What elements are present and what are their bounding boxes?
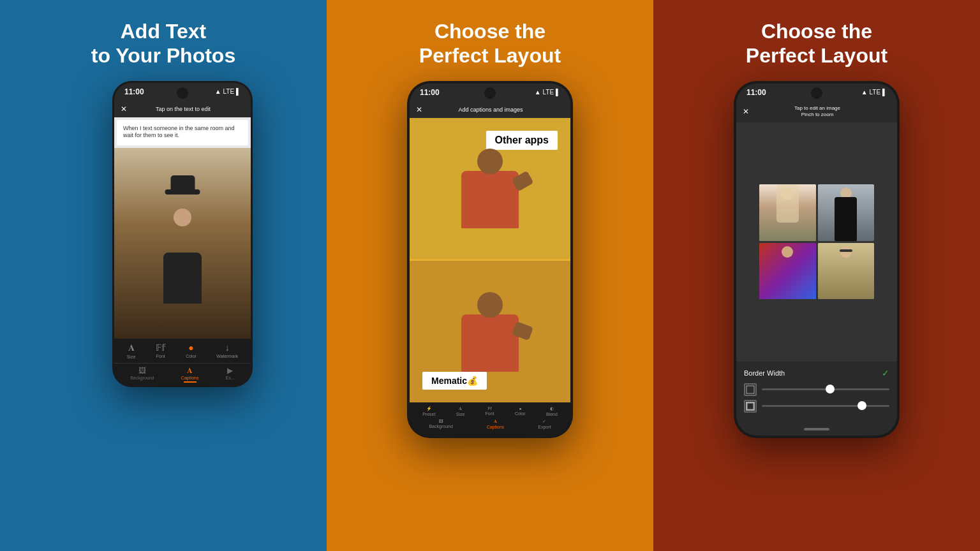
toolbar-size-label: Size (127, 355, 136, 359)
border-thick-icon (744, 400, 757, 413)
nav-export[interactable]: ▶ Ex... (226, 366, 235, 383)
collage-cell-4[interactable] (818, 243, 875, 300)
btn-size[interactable]: 𝐀 Size (456, 406, 465, 416)
face (174, 209, 191, 226)
btn-font[interactable]: Ff Font (486, 406, 494, 416)
blend-icon: ◐ (550, 406, 554, 411)
nav-captions[interactable]: 𝐀 Captions (181, 366, 199, 383)
toolbar-color-label: Color (186, 354, 197, 358)
clock-3: 11:00 (746, 88, 766, 97)
header-title-2: Add captions and images (458, 107, 523, 113)
photo-area (114, 148, 251, 339)
nav-captions-label: Captions (181, 376, 199, 380)
bottom-toolbar-2: ⚡ Preset 𝐀 Size Ff Font ● Color (410, 402, 570, 436)
collage-cell-2[interactable] (818, 184, 875, 241)
captions-icon: 𝐀 (187, 366, 193, 375)
btn-preset[interactable]: ⚡ Preset (422, 406, 435, 416)
header-title: Tap on the text to edit (156, 106, 211, 112)
phone-mockup-2: 11:00 ▲ LTE ▌ ✕ Add captions and images … (407, 81, 573, 438)
drake-body-bottom (461, 314, 519, 372)
btn-color-label: Color (515, 411, 526, 416)
panel-perfect-layout-2: Choose the Perfect Layout 11:00 ▲ LTE ▌ … (653, 0, 980, 551)
panel-add-text: Add Text to Your Photos Thank you I'LL B… (0, 0, 327, 551)
collage-grid (759, 184, 874, 299)
app-header-2: ✕ Add captions and images ✕ (410, 101, 570, 118)
toolbar-font[interactable]: 𝔽𝕗 Font (156, 342, 166, 359)
meme-area: Other apps Mematic💰 (410, 118, 570, 402)
size-icon-2: 𝐀 (459, 406, 462, 411)
editing-area: When I text someone in the same room and… (114, 117, 251, 339)
toolbar-size[interactable]: 𝐀 Size (127, 342, 136, 359)
slider-1-thumb[interactable] (826, 385, 835, 393)
drake-hand-approve (512, 321, 533, 340)
btn-color[interactable]: ● Color (515, 406, 526, 416)
drake-body-top (461, 171, 519, 228)
phone-notch (177, 87, 188, 99)
settings-area: Border Width ✓ (736, 362, 897, 423)
size-icon: 𝐀 (128, 342, 135, 353)
home-bar (804, 428, 829, 430)
drake-head-top (477, 149, 503, 174)
panel-perfect-layout-1: Choose the Perfect Layout 11:00 ▲ LTE ▌ … (327, 0, 653, 551)
btn-captions[interactable]: 𝐀 Captions (487, 419, 505, 429)
btn-background[interactable]: 🖼 Background (429, 419, 452, 429)
toolbar-font-label: Font (156, 354, 165, 358)
svg-rect-1 (746, 402, 754, 410)
captions-icon-2: 𝐀 (494, 419, 497, 424)
background-icon-2: 🖼 (439, 419, 443, 423)
phone-mockup-3: 11:00 ▲ LTE ▌ ✕ Tap to edit an image Pin… (734, 81, 900, 438)
signal-icons-3: ▲ LTE ▌ (861, 89, 887, 96)
panel-1-title: Add Text to Your Photos (91, 19, 235, 68)
bottom-navigation: 🖼 Background 𝐀 Captions ▶ Ex... (114, 363, 251, 385)
signal-icons-2: ▲ LTE ▌ (535, 89, 560, 96)
caption-text[interactable]: When I text someone in the same room and… (117, 120, 248, 145)
slider-row-1 (744, 383, 889, 396)
close-button-3[interactable]: ✕ (743, 107, 749, 116)
panel-3-title: Choose the Perfect Layout (746, 19, 887, 68)
slider-2-thumb[interactable] (858, 401, 866, 410)
slider-1-track[interactable] (762, 388, 889, 390)
phone-screen-3: 11:00 ▲ LTE ▌ ✕ Tap to edit an image Pin… (736, 84, 897, 436)
header-title-3: Tap to edit an image Pinch to zoom (794, 105, 840, 119)
btn-blend-label: Blend (546, 412, 558, 416)
btn-export-label: Export (538, 425, 551, 429)
toolbar-row-1: ⚡ Preset 𝐀 Size Ff Font ● Color (412, 406, 568, 416)
drake-head-bottom (477, 292, 503, 318)
btn-preset-label: Preset (422, 412, 435, 416)
phone-notch-2 (484, 87, 496, 99)
toolbar-watermark[interactable]: ↓ Watermark (216, 342, 238, 359)
nav-export-label: Ex... (226, 376, 235, 380)
toolbar-color[interactable]: ● Color (186, 342, 197, 359)
border-thin-icon (744, 383, 757, 396)
toolbar-row-2: 🖼 Background 𝐀 Captions ✓ Export (412, 419, 568, 429)
app-header-3: ✕ Tap to edit an image Pinch to zoom ✕ (736, 101, 897, 122)
hat-brim (165, 189, 200, 195)
svg-rect-0 (746, 386, 754, 393)
checkmark-icon[interactable]: ✓ (882, 368, 889, 378)
btn-export[interactable]: ✓ Export (538, 419, 551, 429)
hat-shape (165, 177, 200, 195)
meme-top: Other apps (410, 118, 570, 260)
nav-background[interactable]: 🖼 Background (130, 366, 154, 383)
hat-crown (170, 175, 195, 189)
slider-2-track[interactable] (762, 405, 889, 407)
settings-label: Border Width (744, 369, 785, 377)
photo-silhouette (114, 148, 251, 339)
app-header: ✕ Tap on the text to edit ✕ (114, 101, 251, 117)
btn-size-label: Size (456, 412, 465, 416)
drake-rejecting (461, 149, 519, 228)
body (163, 253, 202, 304)
btn-blend[interactable]: ◐ Blend (546, 406, 558, 416)
export-icon: ▶ (227, 366, 233, 375)
toolbar-watermark-label: Watermark (216, 354, 238, 358)
export-icon-2: ✓ (542, 419, 546, 424)
btn-captions-label: Captions (487, 425, 505, 429)
collage-cell-3[interactable] (759, 243, 816, 300)
btn-font-label: Font (486, 411, 494, 416)
nav-background-label: Background (130, 376, 154, 380)
close-button[interactable]: ✕ (121, 105, 127, 114)
btn-background-label: Background (429, 424, 452, 429)
collage-cell-1[interactable] (759, 184, 816, 241)
font-icon: 𝔽𝕗 (156, 342, 166, 353)
close-button-2[interactable]: ✕ (416, 105, 422, 114)
